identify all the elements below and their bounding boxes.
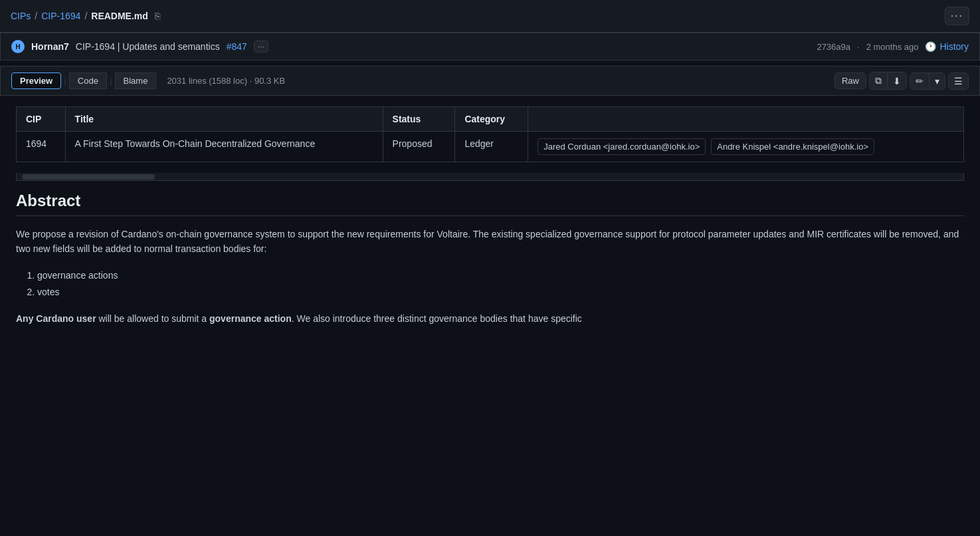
tab-sep-1: | xyxy=(64,76,66,86)
file-info: 2031 lines (1588 loc) · 90.3 KB xyxy=(167,76,285,86)
bold-governance-action: governance action xyxy=(209,313,292,324)
history-button[interactable]: 🕐 History xyxy=(925,41,969,52)
col-authors xyxy=(528,107,964,132)
cell-cip-number: 1694 xyxy=(17,132,66,162)
tab-sep-2: | xyxy=(110,76,112,86)
outline-button[interactable]: ☰ xyxy=(948,72,969,90)
authors-list: Jared Corduan <jared.corduan@iohk.io> An… xyxy=(538,138,954,155)
col-cip: CIP xyxy=(17,107,66,132)
copy-content-button[interactable]: ⧉ xyxy=(870,72,888,89)
tab-preview[interactable]: Preview xyxy=(11,72,61,89)
horizontal-scrollbar[interactable] xyxy=(16,173,964,181)
breadcrumb-sep-1: / xyxy=(35,11,37,21)
commit-info-right: 2736a9a · 2 months ago 🕐 History xyxy=(817,41,969,52)
clock-icon: 🕐 xyxy=(925,41,936,52)
cell-cip-authors: Jared Corduan <jared.corduan@iohk.io> An… xyxy=(528,132,964,162)
commit-hash: 2736a9a xyxy=(817,42,850,52)
commit-separator: · xyxy=(857,42,860,52)
list-item: governance actions xyxy=(37,267,964,284)
breadcrumb-cip1694-link[interactable]: CIP-1694 xyxy=(41,11,80,21)
breadcrumb-bar: CIPs / CIP-1694 / README.md ⎘ ··· xyxy=(0,0,980,33)
col-title: Title xyxy=(65,107,383,132)
table-header-row: CIP Title Status Category xyxy=(17,107,964,132)
bold-any-cardano: Any Cardano user xyxy=(16,313,96,324)
edit-button[interactable]: ✏ xyxy=(910,73,930,89)
content-area: CIP Title Status Category 1694 A First S… xyxy=(0,96,980,337)
commit-message: CIP-1694 | Updates and semantics xyxy=(76,41,220,52)
breadcrumb: CIPs / CIP-1694 / README.md ⎘ xyxy=(11,11,160,21)
breadcrumb-cips-link[interactable]: CIPs xyxy=(11,11,31,21)
author-1: Jared Corduan <jared.corduan@iohk.io> xyxy=(538,138,706,155)
edit-dropdown-button[interactable]: ▾ xyxy=(930,73,945,89)
breadcrumb-sep-2: / xyxy=(84,11,87,21)
raw-button[interactable]: Raw xyxy=(834,72,866,89)
commit-time: 2 months ago xyxy=(866,42,919,52)
scroll-thumb[interactable] xyxy=(22,174,155,180)
author-2: Andre Knispel <andre.knispel@iohk.io> xyxy=(711,138,874,155)
col-status: Status xyxy=(383,107,455,132)
abstract-paragraph: We propose a revision of Cardano's on-ch… xyxy=(16,227,964,257)
col-category: Category xyxy=(455,107,528,132)
table-row: 1694 A First Step Towards On-Chain Decen… xyxy=(17,132,964,162)
toolbar-icon-group: ⧉ ⬇ xyxy=(869,72,907,90)
history-label: History xyxy=(939,41,969,52)
commit-author[interactable]: Hornan7 xyxy=(31,41,69,52)
breadcrumb-current-file: README.md xyxy=(91,11,148,21)
list-item: votes xyxy=(37,284,964,301)
tab-blame[interactable]: Blame xyxy=(115,72,157,89)
abstract-list: governance actions votes xyxy=(37,267,964,301)
cell-cip-category: Ledger xyxy=(455,132,528,162)
commit-pr-link[interactable]: #847 xyxy=(227,41,247,52)
toolbar-right: Raw ⧉ ⬇ ✏ ▾ ☰ xyxy=(834,72,969,90)
download-button[interactable]: ⬇ xyxy=(888,72,906,89)
commit-dots[interactable]: ··· xyxy=(254,41,268,53)
cell-cip-title: A First Step Towards On-Chain Decentrali… xyxy=(65,132,383,162)
toolbar-left: Preview | Code | Blame 2031 lines (1588 … xyxy=(11,72,285,89)
abstract-title: Abstract xyxy=(16,192,964,216)
cell-cip-status: Proposed xyxy=(383,132,455,162)
commit-info-left: H Hornan7 CIP-1694 | Updates and semanti… xyxy=(11,40,268,53)
cip-table: CIP Title Status Category 1694 A First S… xyxy=(16,106,964,162)
commit-bar: H Hornan7 CIP-1694 | Updates and semanti… xyxy=(0,33,980,61)
toolbar-edit-group: ✏ ▾ xyxy=(910,72,945,90)
avatar: H xyxy=(11,40,25,53)
tab-code[interactable]: Code xyxy=(69,72,107,89)
final-paragraph: Any Cardano user will be allowed to subm… xyxy=(16,311,964,326)
more-options-button[interactable]: ··· xyxy=(945,7,969,25)
toolbar: Preview | Code | Blame 2031 lines (1588 … xyxy=(0,66,980,96)
copy-path-icon[interactable]: ⎘ xyxy=(155,11,160,21)
